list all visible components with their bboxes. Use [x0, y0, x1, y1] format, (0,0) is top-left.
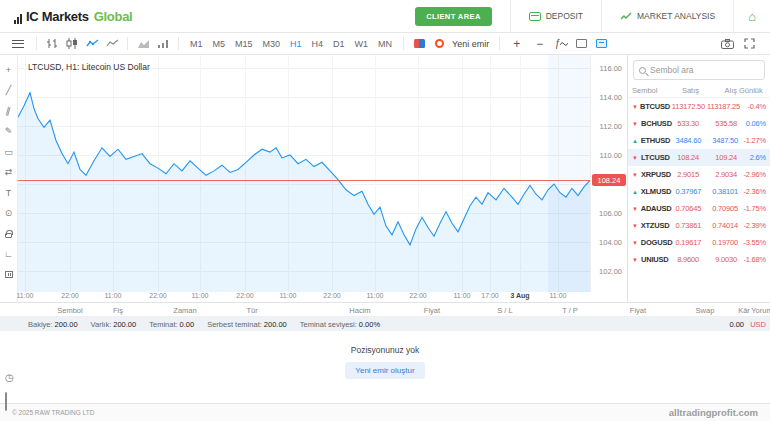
screenshot-camera-icon[interactable]	[718, 36, 736, 52]
timeframe-h1[interactable]: H1	[285, 37, 307, 51]
x-tick-label: 11:00	[17, 292, 34, 299]
col-bid: Satış	[677, 86, 699, 95]
new-order-icon[interactable]	[430, 36, 448, 52]
brush-tool[interactable]: ✎	[2, 125, 16, 138]
ask-price: 535.58	[701, 119, 737, 128]
candles-chart-icon[interactable]	[63, 36, 81, 52]
channel-tool[interactable]: ∥	[2, 104, 16, 117]
symbol-name: LTCUSD	[641, 153, 677, 162]
fullscreen-icon[interactable]	[740, 36, 758, 52]
y-tick-label: 104.00	[599, 238, 622, 247]
summary-value: 200.00	[264, 320, 287, 329]
positions-table-header: SembolFişZamanTürHacimFiyatS / LT / PFiy…	[0, 303, 770, 317]
search-icon	[639, 67, 646, 74]
levels-tool[interactable]: ∟	[2, 248, 16, 261]
create-order-button[interactable]: Yeni emir oluştur	[345, 362, 424, 379]
chart-canvas[interactable]: LTCUSD, H1: Litecoin US Dollar 108.24 11…	[18, 55, 627, 302]
panel-icon[interactable]	[592, 36, 610, 52]
down-arrow-icon: ▼	[632, 257, 641, 263]
y-tick-label: 116.00	[600, 64, 622, 73]
history-clock-icon[interactable]: ◷	[5, 373, 14, 383]
new-order-label[interactable]: Yeni emir	[452, 39, 489, 49]
line2-chart-icon[interactable]	[103, 36, 121, 52]
timeframe-h4[interactable]: H4	[307, 37, 329, 51]
timeframe-w1[interactable]: W1	[350, 37, 374, 51]
watchlist-sidebar: Sembol Satış Alış Günlük ... ▼BTCUSD1131…	[627, 55, 770, 302]
y-tick-label: 114.00	[600, 93, 622, 102]
account-summary-row: Bakiye:200.00Varlık:200.00Teminat:0.00Se…	[0, 317, 770, 331]
symbol-search-box[interactable]	[633, 60, 765, 80]
symbol-name: UNIUSD	[641, 255, 677, 264]
timeframe-m1[interactable]: M1	[185, 37, 208, 51]
symbol-name: ADAUSD	[641, 204, 676, 213]
symbol-name: BCHUSD	[641, 119, 677, 128]
menu-icon[interactable]	[12, 40, 24, 48]
price-chart[interactable]	[18, 55, 590, 292]
watchlist-row-dogusd[interactable]: ▼DOGUSD0.196170.19700-3.55%	[628, 234, 770, 251]
watchlist-row-ethusd[interactable]: ▲ETHUSD3484.603487.50-1.27%	[628, 132, 770, 149]
text-tool[interactable]: T	[2, 186, 16, 199]
summary-value: 0.00	[180, 320, 195, 329]
bid-price: 533.30	[677, 119, 699, 128]
watchlist-row-xtzusd[interactable]: ▼XTZUSD0.738610.74014-2.39%	[628, 217, 770, 234]
x-tick-label: 22:00	[61, 292, 79, 299]
layout-icon[interactable]	[572, 36, 590, 52]
bid-price: 108.24	[677, 153, 699, 162]
y-tick-label: 106.00	[599, 209, 622, 218]
home-icon[interactable]: ⌂	[734, 10, 770, 23]
symbol-search-input[interactable]	[650, 65, 759, 75]
time-axis[interactable]: 11:0022:0011:0022:0011:0022:0011:0022:00…	[18, 292, 590, 302]
visibility-tool[interactable]: ⊙	[2, 207, 16, 220]
depth-of-market-icon[interactable]	[410, 36, 428, 52]
bars-chart-icon[interactable]	[43, 36, 61, 52]
timeframe-m5[interactable]: M5	[208, 37, 231, 51]
x-tick-label: 22:00	[409, 292, 427, 299]
client-area-button[interactable]: CLIENT AREA	[415, 7, 492, 26]
volume-icon[interactable]	[154, 36, 172, 52]
ask-price: 0.74014	[703, 221, 738, 230]
down-arrow-icon: ▼	[632, 240, 641, 246]
up-arrow-icon: ▲	[632, 189, 641, 195]
zoom-out-button[interactable]: −	[529, 37, 550, 51]
price-axis[interactable]: 108.24 116.00114.00112.00110.00106.00104…	[590, 55, 627, 292]
ask-price: 0.19700	[703, 238, 738, 247]
market-analysis-button[interactable]: MARKET ANALYSIS	[602, 0, 733, 32]
watchlist-row-btcusd[interactable]: ▼BTCUSD113172.50113187.25-0.4%	[628, 98, 770, 115]
main-area: +╱∥✎▭⇄T⊙∟ LTCUSD, H1: Litecoin US Dollar…	[0, 55, 770, 302]
watchlist-row-xrpusd[interactable]: ▼XRPUSD2.90152.9034-2.96%	[628, 166, 770, 183]
card-icon	[529, 12, 541, 21]
watchlist-row-ltcusd[interactable]: ▼LTCUSD108.24109.242.6%	[628, 149, 770, 166]
zoom-in-button[interactable]: +	[506, 37, 527, 51]
down-arrow-icon: ▼	[632, 121, 641, 127]
watermark-text: alltradingprofit.com	[669, 407, 758, 418]
compare-tool[interactable]: ⇄	[2, 166, 16, 179]
remove-objects-tool[interactable]	[2, 268, 16, 281]
timeframe-m30[interactable]: M30	[258, 37, 286, 51]
watchlist-row-adausd[interactable]: ▼ADAUSD0.706450.70905-1.75%	[628, 200, 770, 217]
bid-price: 0.37967	[675, 187, 701, 196]
x-tick-label: 11:00	[105, 292, 122, 299]
watchlist-row-bchusd[interactable]: ▼BCHUSD533.30535.580.06%	[628, 115, 770, 132]
bid-price: 2.9015	[677, 170, 699, 179]
area-chart-icon[interactable]	[134, 36, 152, 52]
objects-box-icon[interactable]	[5, 393, 7, 411]
y-tick-label: 102.00	[599, 267, 622, 276]
daily-change: -1.75%	[740, 204, 766, 213]
watchlist-row-uniusd[interactable]: ▼UNIUSD8.96009.0030-1.68%	[628, 251, 770, 268]
x-tick-label: 11:00	[280, 292, 297, 299]
indicators-icon[interactable]: ƒ	[552, 36, 570, 52]
trendline-tool[interactable]: ╱	[2, 84, 16, 97]
col-ask: Alış	[701, 86, 737, 95]
crosshair-tool[interactable]: +	[2, 63, 16, 76]
ask-price: 2.9034	[701, 170, 737, 179]
watchlist-row-xlmusd[interactable]: ▲XLMUSD0.379670.38101-2.36%	[628, 183, 770, 200]
timeframe-mn[interactable]: MN	[373, 37, 397, 51]
line-chart-icon[interactable]	[83, 36, 101, 52]
shapes-tool[interactable]: ▭	[2, 145, 16, 158]
positions-col-9: Swap	[696, 306, 715, 315]
timeframe-d1[interactable]: D1	[328, 37, 350, 51]
deposit-button[interactable]: DEPOSIT	[511, 0, 601, 32]
summary-label: Bakiye:	[28, 320, 53, 329]
timeframe-m15[interactable]: M15	[230, 37, 258, 51]
lock-tool[interactable]	[2, 227, 16, 240]
